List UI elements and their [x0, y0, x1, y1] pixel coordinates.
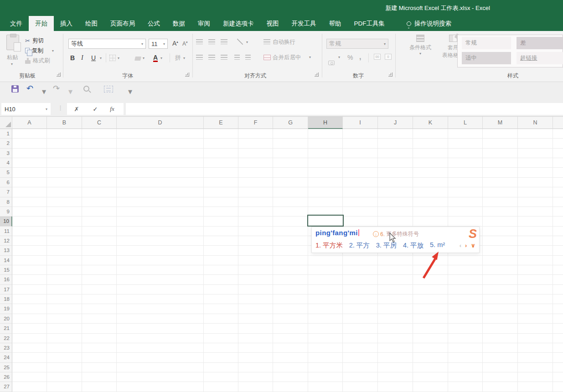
cell-E12[interactable] [204, 236, 238, 246]
cell-N14[interactable] [518, 256, 553, 265]
cell-C17[interactable] [82, 285, 117, 294]
cell-F26[interactable] [238, 372, 273, 382]
cell-J15[interactable] [378, 265, 413, 275]
cell-partial[interactable] [553, 236, 563, 246]
cell-M15[interactable] [483, 265, 518, 275]
cell-B3[interactable] [47, 149, 82, 158]
cell-G23[interactable] [273, 343, 308, 353]
cell-I10[interactable] [343, 217, 378, 226]
row-header-4[interactable]: 4 [0, 158, 12, 168]
cell-M10[interactable] [483, 217, 518, 226]
cell-I15[interactable] [343, 265, 378, 275]
cell-F9[interactable] [238, 207, 273, 217]
undo-dropdown-icon[interactable]: ▾ [42, 87, 46, 97]
cell-A7[interactable] [12, 187, 47, 197]
cell-B22[interactable] [47, 334, 82, 343]
cell-A15[interactable] [12, 265, 47, 275]
cell-D14[interactable] [117, 256, 204, 265]
tab-home[interactable]: 开始 [29, 16, 54, 31]
cell-F21[interactable] [238, 324, 273, 333]
cell-M17[interactable] [483, 285, 518, 294]
cell-H15[interactable] [308, 265, 343, 275]
cell-G4[interactable] [273, 158, 308, 168]
style-bad[interactable]: 差 [517, 37, 563, 49]
cell-M3[interactable] [483, 149, 518, 158]
cell-E7[interactable] [204, 187, 238, 197]
cell-J25[interactable] [378, 363, 413, 372]
cell-C21[interactable] [82, 324, 117, 333]
cell-M27[interactable] [483, 382, 518, 392]
cell-M19[interactable] [483, 304, 518, 314]
cell-K17[interactable] [413, 285, 448, 294]
cell-B8[interactable] [47, 197, 82, 207]
cell-G19[interactable] [273, 304, 308, 314]
cell-D23[interactable] [117, 343, 204, 353]
grow-font-button[interactable]: A▴ [172, 40, 178, 47]
cell-partial[interactable] [553, 149, 563, 158]
cell-I23[interactable] [343, 343, 378, 353]
cell-F4[interactable] [238, 158, 273, 168]
cell-L3[interactable] [448, 149, 483, 158]
cell-D5[interactable] [117, 168, 204, 177]
cell-A8[interactable] [12, 197, 47, 207]
cell-L9[interactable] [448, 207, 483, 217]
cell-G18[interactable] [273, 294, 308, 304]
cell-E11[interactable] [204, 227, 238, 236]
cell-D11[interactable] [117, 227, 204, 236]
cell-M9[interactable] [483, 207, 518, 217]
cell-A24[interactable] [12, 353, 47, 362]
cell-J23[interactable] [378, 343, 413, 353]
cell-partial[interactable] [553, 334, 563, 343]
cell-F24[interactable] [238, 353, 273, 362]
percent-style-button[interactable]: % [347, 54, 353, 61]
tab-pdf-tools[interactable]: PDF工具集 [348, 16, 392, 31]
cell-H25[interactable] [308, 363, 343, 372]
cell-G2[interactable] [273, 139, 308, 148]
cell-F13[interactable] [238, 246, 273, 255]
cell-A2[interactable] [12, 139, 47, 148]
cell-H4[interactable] [308, 158, 343, 168]
cell-H21[interactable] [308, 324, 343, 333]
borders-dropdown-icon[interactable]: ▾ [118, 53, 119, 63]
cell-L19[interactable] [448, 304, 483, 314]
row-header-10[interactable]: 10 [0, 217, 12, 226]
cell-G10[interactable] [273, 217, 308, 226]
cell-D6[interactable] [117, 178, 204, 187]
cell-A26[interactable] [12, 372, 47, 382]
cell-E27[interactable] [204, 382, 238, 392]
cell-partial[interactable] [553, 363, 563, 372]
cell-C6[interactable] [82, 178, 117, 187]
cell-G3[interactable] [273, 149, 308, 158]
row-header-27[interactable]: 27 [0, 382, 12, 392]
cell-M25[interactable] [483, 363, 518, 372]
cell-K7[interactable] [413, 187, 448, 197]
cell-E21[interactable] [204, 324, 238, 333]
borders-button[interactable] [109, 53, 116, 63]
cell-F17[interactable] [238, 285, 273, 294]
cell-E19[interactable] [204, 304, 238, 314]
cell-partial[interactable] [553, 285, 563, 294]
cell-L20[interactable] [448, 314, 483, 324]
row-header-8[interactable]: 8 [0, 197, 12, 207]
cell-F5[interactable] [238, 168, 273, 177]
cell-L17[interactable] [448, 285, 483, 294]
cell-E13[interactable] [204, 246, 238, 255]
cell-G8[interactable] [273, 197, 308, 207]
cell-B27[interactable] [47, 382, 82, 392]
cell-C18[interactable] [82, 294, 117, 304]
font-color-button[interactable]: A [153, 54, 158, 62]
cell-K5[interactable] [413, 168, 448, 177]
cell-F18[interactable] [238, 294, 273, 304]
cell-C4[interactable] [82, 158, 117, 168]
cell-E6[interactable] [204, 178, 238, 187]
cell-A3[interactable] [12, 149, 47, 158]
conditional-formatting-button[interactable]: 条件格式 ▾ [407, 35, 434, 56]
orientation-dropdown-icon[interactable]: ▾ [246, 40, 248, 44]
cell-B18[interactable] [47, 294, 82, 304]
cell-partial[interactable] [553, 207, 563, 217]
cell-M13[interactable] [483, 246, 518, 255]
cell-J1[interactable] [378, 129, 413, 139]
cell-E23[interactable] [204, 343, 238, 353]
cell-N24[interactable] [518, 353, 553, 362]
cell-A10[interactable] [12, 217, 47, 226]
